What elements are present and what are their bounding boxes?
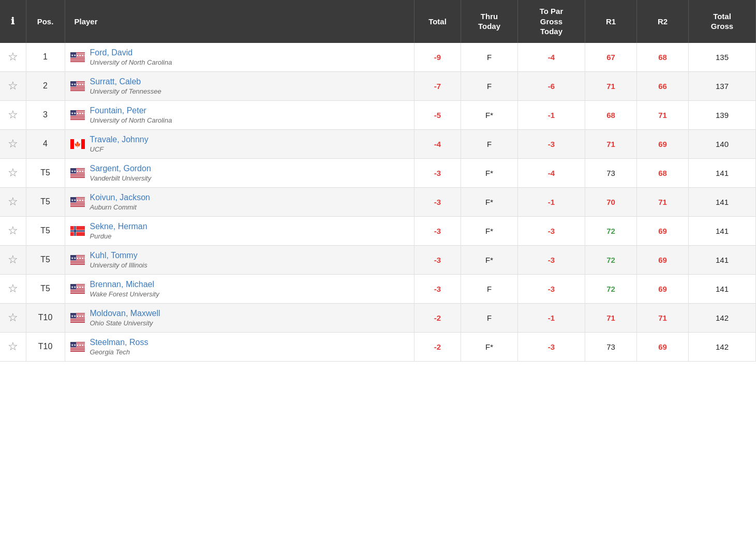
svg-rect-37 (70, 115, 85, 116)
player-name[interactable]: Brennan, Michael (90, 280, 159, 289)
position-cell: T5 (26, 245, 65, 274)
player-details: Koivun, Jackson Auburn Commit (90, 193, 151, 211)
svg-text:★★★★★★★★★★★★★★★★★★★★★★★★★★★★★★: ★★★★★★★★★★★★★★★★★★★★★★★★★★★★★★★★★★★★★★★★… (70, 112, 85, 115)
svg-rect-72 (70, 203, 85, 203)
svg-rect-26 (70, 89, 85, 90)
flag-icon: ★★★★★★★★★★★★★★★★★★★★★★★★★★★★★★★★★★★★★★★★… (70, 197, 85, 207)
star-cell[interactable]: ☆ (0, 303, 26, 332)
star-cell[interactable]: ☆ (0, 71, 26, 100)
svg-rect-121 (70, 318, 85, 319)
svg-rect-122 (70, 319, 85, 319)
svg-rect-11 (70, 61, 85, 61)
player-name[interactable]: Surratt, Caleb (90, 77, 161, 86)
total-gross: 139 (689, 100, 756, 129)
svg-rect-136 (70, 347, 85, 348)
player-school: Vanderbilt University (90, 174, 152, 182)
r1-score: 71 (585, 129, 637, 158)
player-cell: ★★★★★★★★★★★★★★★★★★★★★★★★★★★★★★★★★★★★★★★★… (65, 303, 414, 332)
player-school: Georgia Tech (90, 348, 149, 356)
svg-rect-40 (70, 117, 85, 118)
svg-rect-126 (70, 322, 85, 322)
thru-today: F* (461, 187, 518, 216)
thru-today: F* (461, 245, 518, 274)
svg-rect-59 (70, 175, 85, 176)
topar-gross: -1 (518, 303, 585, 332)
svg-rect-92 (70, 261, 85, 261)
player-cell: ★★★★★★★★★★★★★★★★★★★★★★★★★★★★★★★★★★★★★★★★… (65, 187, 414, 216)
player-cell: ★★★★★★★★★★★★★★★★★★★★★★★★★★★★★★★★★★★★★★★★… (65, 245, 414, 274)
player-name[interactable]: Moldovan, Maxwell (90, 309, 160, 318)
table-row: ☆ 1 ★★★★★★★★★★★★★★★★★★★★★★★★★★★★★★★★★★★★… (0, 43, 756, 72)
svg-rect-57 (70, 174, 85, 174)
svg-rect-23 (70, 87, 85, 87)
total-gross: 141 (689, 187, 756, 216)
player-cell: ★★★★★★★★★★★★★★★★★★★★★★★★★★★★★★★★★★★★★★★★… (65, 158, 414, 187)
thru-today: F (461, 274, 518, 303)
total-header: Total (414, 0, 461, 43)
svg-rect-74 (70, 204, 85, 205)
star-cell[interactable]: ☆ (0, 332, 26, 361)
star-cell[interactable]: ☆ (0, 187, 26, 216)
star-cell[interactable]: ☆ (0, 43, 26, 72)
thru-today: F* (461, 100, 518, 129)
player-info: ★★★★★★★★★★★★★★★★★★★★★★★★★★★★★★★★★★★★★★★★… (70, 338, 409, 356)
flag-icon: ★★★★★★★★★★★★★★★★★★★★★★★★★★★★★★★★★★★★★★★★… (70, 81, 85, 91)
player-info: ★★★★★★★★★★★★★★★★★★★★★★★★★★★★★★★★★★★★★★★★… (70, 77, 409, 95)
svg-rect-137 (70, 348, 85, 348)
player-name[interactable]: Kuhl, Tommy (90, 251, 147, 260)
svg-rect-8 (70, 58, 85, 58)
player-name[interactable]: Steelman, Ross (90, 338, 149, 347)
player-info: ★★★★★★★★★★★★★★★★★★★★★★★★★★★★★★★★★★★★★★★★… (70, 193, 409, 211)
topar-gross: -6 (518, 71, 585, 100)
player-school: Ohio State University (90, 319, 160, 327)
svg-rect-123 (70, 320, 85, 320)
topar-header: To Par Gross Today (518, 0, 585, 43)
player-details: Ford, David University of North Carolina (90, 48, 172, 66)
total-gross: 141 (689, 216, 756, 245)
position-cell: T5 (26, 216, 65, 245)
table-row: ☆ 4 🍁 Travale, Johnny UCF -4 F -3 71 69 … (0, 129, 756, 158)
flag-icon: ★★★★★★★★★★★★★★★★★★★★★★★★★★★★★★★★★★★★★★★★… (70, 342, 85, 352)
leaderboard-container: ℹ Pos. Player Total Thru Today To Par Gr… (0, 0, 756, 362)
topar-gross: -3 (518, 274, 585, 303)
player-name[interactable]: Koivun, Jackson (90, 193, 151, 202)
thru-header: Thru Today (461, 0, 518, 43)
r2-score: 69 (637, 216, 689, 245)
svg-rect-39 (70, 117, 85, 117)
star-cell[interactable]: ☆ (0, 158, 26, 187)
player-name[interactable]: Fountain, Peter (90, 106, 172, 115)
r2-score: 68 (637, 43, 689, 72)
svg-rect-73 (70, 204, 85, 204)
r1-score: 72 (585, 245, 637, 274)
svg-rect-56 (70, 173, 85, 174)
player-school: University of Tennessee (90, 87, 161, 95)
player-cell: ★★★★★★★★★★★★★★★★★★★★★★★★★★★★★★★★★★★★★★★★… (65, 43, 414, 72)
r1-score: 70 (585, 187, 637, 216)
thru-today: F (461, 71, 518, 100)
svg-rect-93 (70, 262, 85, 262)
player-name[interactable]: Travale, Johnny (90, 135, 149, 144)
star-cell[interactable]: ☆ (0, 129, 26, 158)
table-row: ☆ T5 ★★★★★★★★★★★★★★★★★★★★★★★★★★★★★★★★★★★… (0, 187, 756, 216)
info-header[interactable]: ℹ (0, 0, 26, 43)
flag-icon: ★★★★★★★★★★★★★★★★★★★★★★★★★★★★★★★★★★★★★★★★… (70, 52, 85, 62)
player-cell: ★★★★★★★★★★★★★★★★★★★★★★★★★★★★★★★★★★★★★★★★… (65, 71, 414, 100)
svg-rect-10 (70, 59, 85, 60)
r2-score: 69 (637, 274, 689, 303)
table-row: ☆ T5 Sekne, Herman Purdue -3 F* -3 72 69… (0, 216, 756, 245)
player-details: Sekne, Herman Purdue (90, 222, 147, 240)
player-name[interactable]: Ford, David (90, 48, 172, 57)
star-cell[interactable]: ☆ (0, 216, 26, 245)
thru-today: F* (461, 158, 518, 187)
r2-score: 68 (637, 158, 689, 187)
star-cell[interactable]: ☆ (0, 100, 26, 129)
total-gross: 140 (689, 129, 756, 158)
position-cell: T5 (26, 274, 65, 303)
star-cell[interactable]: ☆ (0, 245, 26, 274)
player-cell: Sekne, Herman Purdue (65, 216, 414, 245)
star-cell[interactable]: ☆ (0, 274, 26, 303)
player-name[interactable]: Sargent, Gordon (90, 164, 152, 173)
svg-rect-22 (70, 86, 85, 87)
player-name[interactable]: Sekne, Herman (90, 222, 147, 231)
total-score: -9 (414, 43, 461, 72)
